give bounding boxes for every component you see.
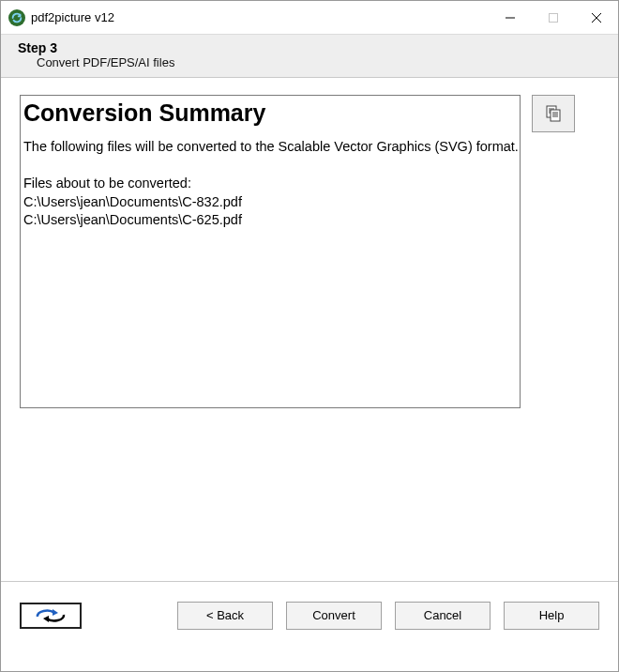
back-button[interactable]: < Back bbox=[177, 602, 273, 630]
window-title: pdf2picture v12 bbox=[31, 10, 114, 24]
svg-rect-1 bbox=[550, 13, 558, 22]
step-label: Step 3 bbox=[18, 40, 601, 55]
refresh-icon bbox=[32, 607, 69, 624]
refresh-button[interactable] bbox=[20, 603, 82, 629]
step-header: Step 3 Convert PDF/EPS/AI files bbox=[1, 35, 618, 78]
summary-text: The following files will be converted to… bbox=[23, 138, 520, 230]
step-subtitle: Convert PDF/EPS/AI files bbox=[37, 55, 601, 69]
titlebar: pdf2picture v12 bbox=[1, 1, 618, 35]
svg-marker-13 bbox=[43, 616, 49, 622]
footer: < Back Convert Cancel Help bbox=[1, 581, 618, 649]
maximize-button bbox=[532, 3, 575, 33]
content-area: Conversion Summary The following files w… bbox=[1, 78, 618, 581]
help-button[interactable]: Help bbox=[504, 602, 599, 630]
svg-marker-12 bbox=[53, 609, 58, 616]
summary-title: Conversion Summary bbox=[23, 99, 520, 127]
convert-button[interactable]: Convert bbox=[286, 602, 382, 630]
app-icon bbox=[8, 9, 25, 26]
minimize-button[interactable] bbox=[489, 3, 532, 33]
copy-button[interactable] bbox=[532, 95, 575, 132]
copy-icon bbox=[544, 104, 563, 123]
svg-rect-8 bbox=[551, 110, 560, 121]
cancel-button[interactable]: Cancel bbox=[395, 602, 491, 630]
summary-box: Conversion Summary The following files w… bbox=[20, 95, 521, 408]
close-button[interactable] bbox=[575, 3, 618, 33]
